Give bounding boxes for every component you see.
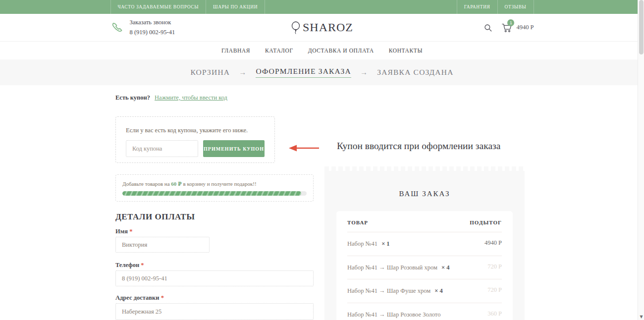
receipt-scallop-edge <box>324 166 525 171</box>
item-qty: × 4 <box>441 264 450 271</box>
nav-item-delivery[interactable]: ДОСТАВКА И ОПЛАТА <box>301 42 381 59</box>
checkout-main: Есть купон? Нажмите, чтобы ввести код Ес… <box>0 85 644 320</box>
logo[interactable]: SHAROZ <box>291 21 353 35</box>
coupon-hint-text: Если у вас есть код купона, укажите его … <box>126 127 265 134</box>
billing-title: ДЕТАЛИ ОПЛАТЫ <box>115 212 195 222</box>
item-price: 720 Р <box>487 263 502 273</box>
address-input[interactable] <box>115 303 314 320</box>
nav-item-home[interactable]: ГЛАВНАЯ <box>214 42 258 59</box>
topbar-left-links: ЧАСТО ЗАДАВАЕМЫЕ ВОПРОСЫ ШАРЫ ПО АКЦИИ <box>110 0 266 14</box>
annotation-arrow-icon <box>289 144 320 152</box>
cart-button[interactable]: 1 4940 Р <box>501 23 534 33</box>
nav-item-contacts[interactable]: КОНТАКТЫ <box>381 42 430 59</box>
search-icon[interactable] <box>483 23 492 32</box>
coupon-toggle-link[interactable]: Нажмите, чтобы ввести код <box>155 94 227 101</box>
phone-field-label: Телефон * <box>115 262 144 269</box>
order-title: ВАШ ЗАКАЗ <box>324 171 525 198</box>
main-nav: ГЛАВНАЯ КАТАЛОГ ДОСТАВКА И ОПЛАТА КОНТАК… <box>0 41 644 59</box>
required-asterisk: * <box>129 228 132 235</box>
step-cart[interactable]: КОРЗИНА <box>190 68 230 77</box>
cart-total: 4940 Р <box>516 24 534 31</box>
checkout-page: ЧАСТО ЗАДАВАЕМЫЕ ВОПРОСЫ ШАРЫ ПО АКЦИИ Г… <box>0 0 644 320</box>
order-summary-panel: ВАШ ЗАКАЗ ТОВАР ПОДЫТОГ Набор №41 × 1 49… <box>324 171 525 320</box>
item-price: 360 Р <box>487 310 502 320</box>
required-asterisk: * <box>141 262 144 268</box>
cart-count-badge: 1 <box>507 19 514 26</box>
step-order-created: ЗАЯВКА СОЗДАНА <box>377 68 453 77</box>
coupon-code-input[interactable] <box>126 140 198 157</box>
scroll-down-arrow-icon[interactable]: ▼ <box>638 315 644 319</box>
name-field-label: Имя * <box>115 228 132 235</box>
topbar-link-reviews[interactable]: ОТЗЫВЫ <box>498 0 534 14</box>
order-col-subtotal: ПОДЫТОГ <box>470 219 502 225</box>
step-arrow-icon: → <box>360 68 368 77</box>
order-item-row: Набор №41 → Шар Фуше хром × 4 720 Р <box>347 279 502 303</box>
apply-coupon-button[interactable]: ПРИМЕНИТЬ КУПОН <box>203 140 265 157</box>
gift-text-before: Добавьте товаров на <box>122 181 171 187</box>
required-asterisk: * <box>161 294 164 301</box>
scrollbar[interactable]: ▼ <box>638 0 644 320</box>
balloon-icon <box>291 21 302 35</box>
gift-progress-fill <box>122 191 301 196</box>
topbar-right-links: ГАРАНТИЯ ОТЗЫВЫ <box>457 0 534 14</box>
callback-block[interactable]: Заказать звонок 8 (919) 002-95-41 <box>110 18 175 37</box>
step-arrow-icon: → <box>239 68 247 77</box>
nav-item-catalog[interactable]: КАТАЛОГ <box>258 42 301 59</box>
phone-icon <box>110 21 124 34</box>
step-checkout-active[interactable]: ОФОРМЛЕНИЕ ЗАКАЗА <box>256 67 351 78</box>
address-field-label: Адрес доставки * <box>115 294 164 302</box>
annotation-text: Купон вводится при оформлении заказа <box>337 141 500 152</box>
item-qty: × 4 <box>434 287 443 294</box>
topbar-link-faq[interactable]: ЧАСТО ЗАДАВАЕМЫЕ ВОПРОСЫ <box>110 0 207 14</box>
gift-progress-box: Добавьте товаров на 60 ₽ в корзину и пол… <box>115 174 314 202</box>
gift-amount: 60 ₽ <box>171 181 181 187</box>
scrollbar-thumb[interactable] <box>639 0 644 54</box>
topbar-link-guarantee[interactable]: ГАРАНТИЯ <box>457 0 498 14</box>
item-price: 720 Р <box>487 286 502 296</box>
item-qty: × 1 <box>381 240 390 247</box>
header: Заказать звонок 8 (919) 002-95-41 SHAROZ <box>0 14 644 41</box>
topbar: ЧАСТО ЗАДАВАЕМЫЕ ВОПРОСЫ ШАРЫ ПО АКЦИИ Г… <box>0 0 644 14</box>
order-col-product: ТОВАР <box>347 219 368 225</box>
phone-input[interactable] <box>115 270 314 286</box>
coupon-question-row: Есть купон? Нажмите, чтобы ввести код <box>115 94 227 102</box>
order-item-row: Набор №41 → Шар Розовый хром × 4 720 Р <box>347 256 502 280</box>
checkout-steps: КОРЗИНА → ОФОРМЛЕНИЕ ЗАКАЗА → ЗАЯВКА СОЗ… <box>0 59 644 85</box>
item-price: 4940 Р <box>484 239 502 249</box>
name-input[interactable] <box>115 237 210 253</box>
order-item-row: Набор №41 × 1 4940 Р <box>347 232 502 256</box>
gift-text-after: в корзину и получите подарок!! <box>182 181 257 187</box>
callback-label[interactable]: Заказать звонок <box>130 18 175 27</box>
gift-progress-track <box>122 191 307 196</box>
coupon-form-box: Если у вас есть код купона, укажите его … <box>115 116 275 163</box>
order-item-row: Набор №41 → Шар Розовое Золото хром × 2 … <box>347 303 502 320</box>
order-card: ТОВАР ПОДЫТОГ Набор №41 × 1 4940 Р Набор… <box>336 211 513 320</box>
topbar-link-sale-balloons[interactable]: ШАРЫ ПО АКЦИИ <box>206 0 265 14</box>
header-phone-number[interactable]: 8 (919) 002-95-41 <box>130 28 175 37</box>
coupon-question-label: Есть купон? <box>115 94 150 101</box>
logo-text: SHAROZ <box>303 21 353 34</box>
